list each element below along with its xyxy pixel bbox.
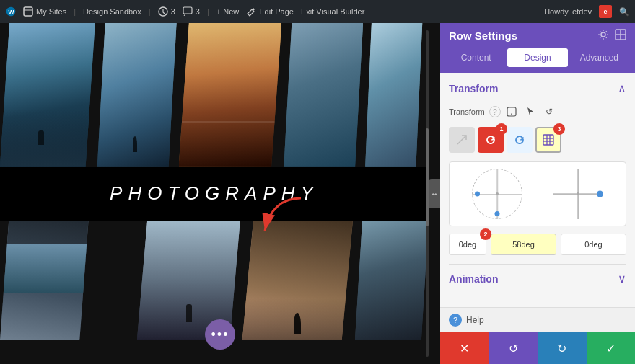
rotation-visual bbox=[449, 161, 626, 226]
howdy: Howdy, etdev bbox=[544, 7, 592, 16]
text-band: PHOTOGRAPHY bbox=[0, 167, 429, 221]
transform-btn-blue[interactable] bbox=[507, 127, 533, 153]
wp-logo[interactable]: W bbox=[6, 6, 16, 17]
photo-tile-b1 bbox=[0, 221, 89, 340]
animation-section: Animation ∨ bbox=[449, 264, 626, 285]
transform-btn-inactive[interactable] bbox=[449, 127, 475, 153]
badge-2: 2 bbox=[480, 228, 491, 240]
transform-title: Transform bbox=[449, 83, 498, 94]
photo-gap bbox=[91, 221, 135, 340]
panel-title: Row Settings bbox=[449, 30, 517, 42]
animation-header: Animation ∨ bbox=[449, 272, 626, 285]
scroll-thumb[interactable] bbox=[426, 128, 429, 226]
animation-toggle[interactable]: ∨ bbox=[618, 272, 626, 285]
value-box-2[interactable]: 58deg bbox=[491, 234, 556, 255]
svg-line-13 bbox=[457, 136, 466, 144]
design-sandbox[interactable]: Design Sandbox bbox=[83, 7, 141, 16]
search-icon[interactable]: 🔍 bbox=[619, 7, 629, 17]
canvas-area: PHOTOGRAPHY bbox=[0, 23, 440, 364]
transform-toggle[interactable]: ∧ bbox=[618, 81, 626, 95]
my-sites[interactable]: My Sites bbox=[23, 6, 66, 17]
panel-tabs: Content Design Advanced bbox=[440, 48, 635, 73]
new-button[interactable]: + New bbox=[216, 7, 240, 16]
edit-page[interactable]: Edit Page bbox=[246, 6, 294, 17]
help-row: ? Help bbox=[440, 307, 635, 332]
photo-tile-b4 bbox=[355, 221, 429, 340]
bottom-action-bar: ✕ ↺ ↻ ✓ bbox=[440, 332, 635, 364]
svg-rect-2 bbox=[24, 7, 32, 16]
value-row: 0deg 2 58deg 0deg bbox=[449, 234, 626, 255]
redo-button[interactable]: ↻ bbox=[538, 332, 587, 364]
revisions[interactable]: 3 bbox=[158, 6, 175, 17]
help-text: Help bbox=[466, 315, 484, 325]
help-icon-circle[interactable]: ? bbox=[449, 314, 462, 327]
value-box-3[interactable]: 0deg bbox=[561, 234, 626, 255]
panel-content: Transform ∧ Transform ? bbox=[440, 73, 635, 307]
transform-section-header: Transform ∧ bbox=[449, 81, 626, 95]
transform-icons: ? ↺ bbox=[489, 104, 557, 120]
photo-tile-5 bbox=[365, 23, 429, 167]
transform-label-row: Transform ? ↺ bbox=[449, 104, 626, 120]
right-panel: Row Settings Conten bbox=[440, 23, 635, 364]
tab-content[interactable]: Content bbox=[446, 48, 506, 67]
animation-title: Animation bbox=[449, 273, 498, 285]
reset-icon[interactable]: ↺ bbox=[541, 104, 557, 120]
tab-design[interactable]: Design bbox=[507, 48, 567, 67]
svg-text:W: W bbox=[9, 9, 14, 16]
exit-visual-builder[interactable]: Exit Visual Builder bbox=[301, 7, 364, 16]
crosshair-control[interactable] bbox=[553, 169, 603, 219]
cancel-button[interactable]: ✕ bbox=[440, 332, 489, 364]
expand-handle[interactable]: ↔ bbox=[429, 179, 440, 208]
tablet-icon[interactable] bbox=[504, 104, 520, 120]
transform-label: Transform bbox=[449, 107, 485, 116]
save-button[interactable]: ✓ bbox=[587, 332, 636, 364]
panel-header: Row Settings bbox=[440, 23, 635, 48]
photo-tile-2 bbox=[97, 23, 177, 167]
rotate-circle-control[interactable] bbox=[472, 169, 522, 219]
arrow-annotation bbox=[258, 191, 308, 244]
svg-point-7 bbox=[601, 32, 605, 37]
photo-tile-4 bbox=[284, 23, 363, 167]
comments[interactable]: 3 bbox=[183, 6, 200, 17]
svg-rect-14 bbox=[543, 135, 553, 145]
transform-btn-row: 1 bbox=[449, 127, 626, 153]
help-icon[interactable]: ? bbox=[489, 106, 501, 117]
dots-button[interactable]: ••• bbox=[205, 319, 235, 350]
layout-icon[interactable] bbox=[615, 29, 626, 43]
admin-bar: W My Sites | Design Sandbox | 3 3 | + Ne… bbox=[0, 0, 635, 23]
cursor-icon[interactable] bbox=[522, 104, 538, 120]
user-avatar: e bbox=[599, 5, 612, 18]
main-area: PHOTOGRAPHY bbox=[0, 23, 635, 364]
badge-1: 1 bbox=[496, 123, 507, 135]
btn-3-wrapper: 3 bbox=[535, 127, 561, 153]
tab-advanced[interactable]: Advanced bbox=[569, 48, 629, 67]
photo-tile-1 bbox=[0, 23, 95, 167]
btn-1-wrapper: 1 bbox=[478, 127, 504, 153]
value-badge-2-wrapper: 0deg 2 bbox=[449, 234, 486, 255]
panel-header-icons bbox=[597, 29, 626, 43]
svg-rect-5 bbox=[183, 7, 192, 14]
photo-tile-3 bbox=[179, 23, 282, 167]
undo-button[interactable]: ↺ bbox=[489, 332, 538, 364]
settings-icon[interactable] bbox=[597, 29, 609, 43]
badge-3: 3 bbox=[553, 123, 565, 135]
